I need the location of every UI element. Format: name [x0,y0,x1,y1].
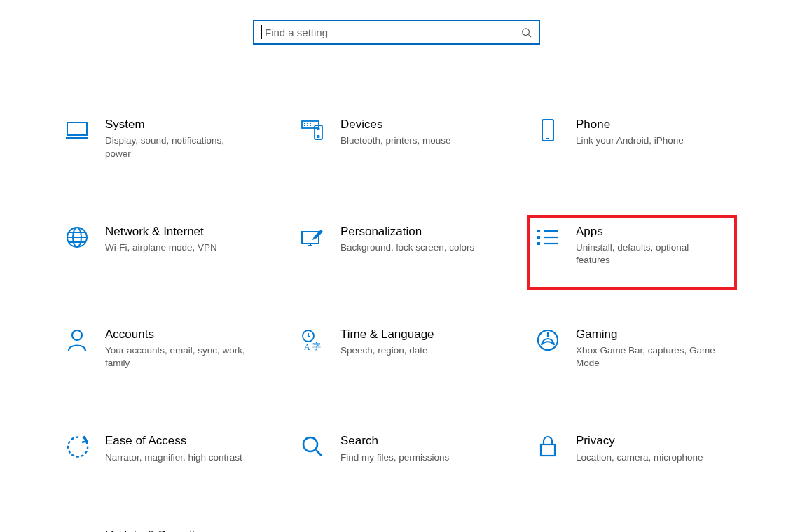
tile-text: Network & Internet Wi-Fi, airplane mode,… [105,225,217,255]
tile-text: Privacy Location, camera, microphone [576,434,703,464]
search-input[interactable] [263,26,521,39]
settings-home: System Display, sound, notifications, po… [0,0,793,532]
tile-title: Network & Internet [105,225,217,239]
svg-point-38 [303,438,317,451]
tile-update-security[interactable]: Update & Security Windows Update, recove… [56,519,266,532]
text-caret [261,25,262,39]
personalization-icon [300,225,325,250]
tile-devices[interactable]: Devices Bluetooth, printers, mouse [291,108,502,173]
svg-point-0 [523,28,530,35]
tile-text: Search Find my files, permissions [340,434,449,464]
tile-system[interactable]: System Display, sound, notifications, po… [56,108,266,173]
tile-desc: Wi-Fi, airplane mode, VPN [105,241,217,254]
tile-text: Personalization Background, lock screen,… [340,225,474,255]
tile-text: System Display, sound, notifications, po… [105,118,252,160]
search-tile-icon [300,434,325,459]
search-box[interactable] [253,20,540,45]
tile-desc: Find my files, permissions [340,451,449,464]
tile-title: Phone [576,118,684,132]
tile-desc: Speech, region, date [340,344,434,357]
svg-rect-14 [542,120,553,141]
tile-title: Search [340,434,449,448]
tile-accounts[interactable]: Accounts Your accounts, email, sync, wor… [56,318,266,383]
tile-phone[interactable]: Phone Link your Android, iPhone [527,108,737,173]
tile-text: Ease of Access Narrator, magnifier, high… [105,434,242,464]
svg-rect-2 [67,122,87,135]
svg-line-33 [308,336,310,337]
tile-text: Accounts Your accounts, email, sync, wor… [105,328,252,370]
apps-icon [535,225,560,250]
time-language-icon: A 字 [300,328,325,353]
tile-desc: Link your Android, iPhone [576,134,684,147]
svg-point-13 [317,128,319,130]
search-row [0,20,793,45]
svg-line-1 [528,34,531,37]
tile-title: Gaming [576,328,723,342]
tile-time-language[interactable]: A 字 Time & Language Speech, region, date [291,318,502,383]
tile-network[interactable]: Network & Internet Wi-Fi, airplane mode,… [56,215,266,276]
tile-desc: Uninstall, defaults, optional features [576,241,723,267]
tile-desc: Display, sound, notifications, power [105,134,252,160]
svg-point-30 [72,330,82,340]
system-icon [64,118,90,143]
tile-search[interactable]: Search Find my files, permissions [291,424,502,477]
tile-title: Update & Security [105,528,252,532]
svg-line-39 [316,450,322,456]
svg-rect-25 [537,236,540,239]
privacy-icon [535,434,560,459]
tile-text: Gaming Xbox Game Bar, captures, Game Mod… [576,328,723,370]
svg-text:字: 字 [312,342,321,351]
tile-privacy[interactable]: Privacy Location, camera, microphone [527,424,737,477]
tile-text: Devices Bluetooth, printers, mouse [340,118,451,148]
tile-desc: Background, lock screen, colors [340,241,474,254]
phone-icon [535,118,560,143]
svg-rect-4 [302,121,319,128]
tile-personalization[interactable]: Personalization Background, lock screen,… [291,215,502,276]
search-icon [521,27,532,38]
tile-title: Devices [340,118,451,132]
tile-desc: Location, camera, microphone [576,451,703,464]
tile-desc: Bluetooth, printers, mouse [340,134,451,147]
tile-ease-of-access[interactable]: Ease of Access Narrator, magnifier, high… [56,424,266,477]
accounts-icon [64,328,90,353]
svg-text:A: A [304,342,310,351]
tile-desc: Xbox Game Bar, captures, Game Mode [576,344,723,370]
tile-title: Time & Language [340,328,434,342]
tile-desc: Your accounts, email, sync, work, family [105,344,252,370]
svg-rect-26 [537,242,540,245]
tile-text: Update & Security Windows Update, recove… [105,528,252,532]
tile-title: Personalization [340,225,474,239]
update-security-icon [64,528,90,532]
tile-text: Apps Uninstall, defaults, optional featu… [576,225,723,267]
ease-of-access-icon [64,434,90,459]
svg-rect-24 [537,230,540,232]
svg-point-12 [317,136,319,138]
tile-title: Ease of Access [105,434,242,448]
tile-title: Privacy [576,434,703,448]
tile-text: Phone Link your Android, iPhone [576,118,684,148]
tile-title: System [105,118,252,132]
tile-gaming[interactable]: Gaming Xbox Game Bar, captures, Game Mod… [527,318,737,383]
tile-title: Accounts [105,328,252,342]
tile-title: Apps [576,225,723,239]
settings-grid: System Display, sound, notifications, po… [0,108,793,532]
svg-rect-40 [541,444,555,456]
tile-desc: Narrator, magnifier, high contrast [105,451,242,464]
tile-text: Time & Language Speech, region, date [340,328,434,358]
gaming-icon [535,328,560,353]
tile-apps[interactable]: Apps Uninstall, defaults, optional featu… [527,215,737,290]
network-icon [64,225,90,250]
devices-icon [300,118,325,143]
